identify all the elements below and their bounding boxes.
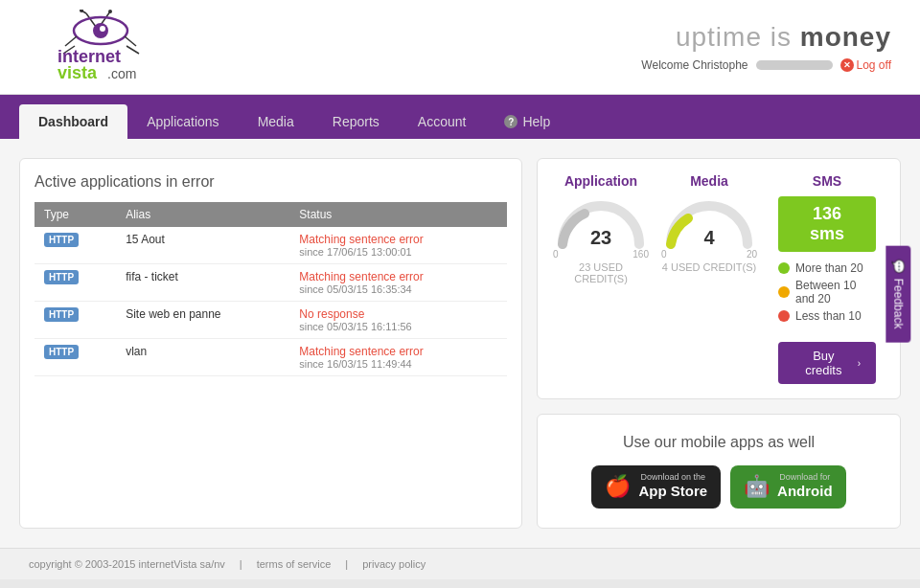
legend-dot-green xyxy=(778,262,790,274)
sms-label: SMS xyxy=(778,173,876,189)
help-icon: ? xyxy=(504,115,518,128)
legend-item-more20: More than 20 xyxy=(778,261,876,275)
gauges-row: Application 23 0 160 xyxy=(552,173,886,384)
tab-reports[interactable]: Reports xyxy=(313,104,399,139)
app-gauge-label: Application xyxy=(552,173,650,189)
mobile-card: Use our mobile apps as well 🍎 Download o… xyxy=(537,414,901,529)
media-gauge-max: 20 xyxy=(747,249,757,260)
sms-legend: More than 20 Between 10 and 20 Less than… xyxy=(778,261,876,327)
user-progress-bar xyxy=(756,60,833,70)
table-row: HTTP vlan Matching sentence error since … xyxy=(34,339,507,376)
android-main: Android xyxy=(777,482,833,501)
feedback-tab[interactable]: 💬 Feedback xyxy=(886,246,911,343)
legend-item-less10: Less than 10 xyxy=(778,309,876,323)
footer-terms-link[interactable]: terms of service xyxy=(257,558,332,570)
tab-account[interactable]: Account xyxy=(399,104,486,139)
col-alias: Alias xyxy=(116,202,289,227)
header-right: uptime is money Welcome Christophe ✕ Log… xyxy=(641,22,891,72)
table-row: HTTP Site web en panne No response since… xyxy=(34,302,507,339)
legend-item-between: Between 10 and 20 xyxy=(778,279,876,305)
app-gauge-value: 23 xyxy=(590,227,611,249)
logout-icon: ✕ xyxy=(840,58,854,72)
legend-dot-orange xyxy=(778,286,790,298)
logout-button[interactable]: ✕ Log off xyxy=(840,58,891,72)
sms-count: 136 sms xyxy=(778,196,876,252)
media-gauge-range: 0 20 xyxy=(661,249,757,260)
errors-table: Type Alias Status HTTP 15 Aout Matching … xyxy=(34,202,507,376)
app-gauge-credits: 23 USED CREDIT(S) xyxy=(552,261,650,284)
tab-help[interactable]: ? Help xyxy=(485,104,569,139)
svg-point-4 xyxy=(108,10,112,13)
footer-separator-1: | xyxy=(240,558,242,570)
status-since: since 16/03/15 11:49:44 xyxy=(299,358,497,370)
tagline-light: uptime is xyxy=(676,22,800,52)
table-row: HTTP 15 Aout Matching sentence error sin… xyxy=(34,227,507,264)
http-badge: HTTP xyxy=(44,233,79,247)
svg-line-0 xyxy=(86,13,96,27)
row-type: HTTP xyxy=(34,227,116,264)
media-gauge-credits: 4 USED CREDIT(S) xyxy=(660,261,758,273)
media-gauge-value: 4 xyxy=(703,227,714,249)
application-gauge: Application 23 0 160 xyxy=(552,173,650,284)
appstore-text: Download on the App Store xyxy=(638,473,707,501)
app-gauge-range: 0 160 xyxy=(553,249,649,260)
row-type: HTTP xyxy=(34,339,116,376)
footer-copyright: copyright © 2003-2015 internetVista sa/n… xyxy=(29,558,225,570)
svg-text:vista: vista xyxy=(58,63,98,81)
appstore-button[interactable]: 🍎 Download on the App Store xyxy=(591,465,721,509)
status-since: since 17/06/15 13:00:01 xyxy=(299,246,497,258)
row-status: Matching sentence error since 16/03/15 1… xyxy=(289,339,507,376)
errors-card: Active applications in error Type Alias … xyxy=(19,158,522,529)
logo: internet vista .com xyxy=(29,10,153,84)
media-gauge-wrap: 4 xyxy=(661,196,757,249)
row-alias: Site web en panne xyxy=(116,302,289,339)
status-since: since 05/03/15 16:35:34 xyxy=(299,283,497,295)
media-gauge-min: 0 xyxy=(661,249,667,260)
row-status: Matching sentence error since 05/03/15 1… xyxy=(289,264,507,302)
tab-dashboard[interactable]: Dashboard xyxy=(19,104,127,139)
buy-credits-label: Buy credits xyxy=(794,349,854,377)
feedback-icon: 💬 xyxy=(892,260,906,274)
gauges-card: Application 23 0 160 xyxy=(537,158,901,399)
app-gauge-max: 160 xyxy=(632,249,649,260)
tagline: uptime is money xyxy=(676,22,891,53)
media-gauge-label: Media xyxy=(660,173,758,189)
tab-applications[interactable]: Applications xyxy=(127,104,239,139)
status-text: Matching sentence error xyxy=(299,233,423,246)
table-header-row: Type Alias Status xyxy=(34,202,507,227)
http-badge: HTTP xyxy=(44,345,79,359)
welcome-text: Welcome Christophe xyxy=(641,58,748,72)
buy-arrow: › xyxy=(858,358,861,369)
android-text: Download for Android xyxy=(777,473,833,501)
main-content: Dashboard Applications Media Reports Acc… xyxy=(0,95,920,139)
svg-point-7 xyxy=(100,26,105,32)
right-column: Application 23 0 160 xyxy=(537,158,901,529)
page-body: Active applications in error Type Alias … xyxy=(0,139,920,548)
table-row: HTTP fifa - ticket Matching sentence err… xyxy=(34,264,507,302)
footer-privacy-link[interactable]: privacy policy xyxy=(362,558,426,570)
row-alias: 15 Aout xyxy=(116,227,289,264)
buy-btn-wrap: Buy credits › xyxy=(778,334,876,384)
legend-text-more20: More than 20 xyxy=(795,261,863,275)
row-status: Matching sentence error since 17/06/15 1… xyxy=(289,227,507,264)
col-type: Type xyxy=(34,202,116,227)
android-button[interactable]: 🤖 Download for Android xyxy=(730,465,846,509)
row-status: No response since 05/03/15 16:11:56 xyxy=(289,302,507,339)
legend-dot-red xyxy=(778,310,790,322)
android-icon: 🤖 xyxy=(744,474,770,499)
errors-title: Active applications in error xyxy=(34,173,507,191)
nav-tabs: Dashboard Applications Media Reports Acc… xyxy=(19,104,901,139)
svg-line-11 xyxy=(126,46,139,54)
tab-media[interactable]: Media xyxy=(239,104,313,139)
status-since: since 05/03/15 16:11:56 xyxy=(299,321,497,332)
http-badge: HTTP xyxy=(44,307,79,322)
app-gauge-min: 0 xyxy=(553,249,559,260)
sms-section: SMS 136 sms More than 20 Between 10 and … xyxy=(769,173,886,384)
buy-credits-button[interactable]: Buy credits › xyxy=(778,342,876,384)
tagline-bold: money xyxy=(800,22,891,52)
row-alias: vlan xyxy=(116,339,289,376)
svg-line-8 xyxy=(65,36,77,46)
store-buttons: 🍎 Download on the App Store 🤖 Download f… xyxy=(557,465,881,509)
row-type: HTTP xyxy=(34,264,116,302)
footer-separator-2: | xyxy=(345,558,348,570)
